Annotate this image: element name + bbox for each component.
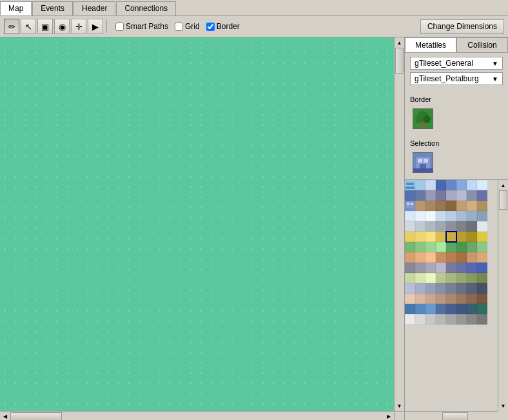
scroll-horizontal-thumb[interactable] (10, 412, 62, 420)
grid-label[interactable]: Grid (175, 22, 200, 31)
tileset-scroll-down[interactable]: ▼ (498, 401, 508, 411)
selection-section-label: Selection (410, 139, 503, 147)
svg-rect-7 (418, 159, 422, 163)
border-checkbox[interactable] (206, 23, 215, 31)
main-tab-bar: Map Events Header Connections (0, 0, 508, 16)
grid-text: Grid (185, 22, 200, 31)
tileset-section: gTileset_General ▼ gTileset_Petalburg ▼ (405, 53, 508, 92)
map-canvas[interactable] (0, 37, 394, 411)
border-preview-tile[interactable] (413, 108, 433, 129)
tileset1-dropdown[interactable]: gTileset_General ▼ (410, 57, 503, 70)
tileset-horizontal-scrollbar[interactable] (405, 411, 498, 420)
panel-tab-bar: Metatiles Collision (405, 37, 508, 53)
tileset-canvas[interactable] (405, 180, 508, 411)
scroll-vertical-thumb[interactable] (395, 48, 404, 74)
move-tool-button[interactable]: ✛ (71, 19, 86, 34)
change-dimensions-button[interactable]: Change Dimensions (420, 19, 504, 34)
tileset-vertical-scrollbar[interactable]: ▲ ▼ (498, 180, 508, 411)
border-text: Border (217, 22, 240, 31)
border-section: Border (405, 92, 508, 135)
scroll-right-arrow[interactable]: ▶ (384, 412, 394, 420)
tileset-scroll-thumb[interactable] (499, 190, 507, 210)
map-area: ▲ ▼ ◀ ▶ (0, 37, 405, 420)
selection-preview-tile[interactable] (413, 152, 433, 173)
map-background[interactable] (0, 37, 394, 411)
smart-paths-label[interactable]: Smart Paths (115, 22, 168, 31)
tab-map[interactable]: Map (0, 1, 32, 15)
scroll-corner (394, 411, 404, 420)
fill-tool-button[interactable]: ▣ (37, 19, 53, 34)
tab-events[interactable]: Events (32, 1, 73, 15)
svg-rect-4 (421, 122, 425, 127)
grid-checkbox[interactable] (175, 23, 183, 31)
smart-paths-checkbox[interactable] (115, 23, 124, 31)
forward-tool-button[interactable]: ▶ (88, 19, 103, 34)
tab-metatiles[interactable]: Metatiles (405, 37, 456, 52)
tileset2-dropdown[interactable]: gTileset_Petalburg ▼ (410, 72, 503, 85)
tileset-scroll-up[interactable]: ▲ (498, 180, 508, 190)
map-vertical-scrollbar[interactable]: ▲ ▼ (394, 37, 404, 411)
tab-header[interactable]: Header (73, 1, 115, 15)
border-label[interactable]: Border (206, 22, 240, 31)
tileset2-arrow-icon: ▼ (492, 75, 498, 83)
tileset-hscroll-thumb[interactable] (442, 412, 468, 420)
tileset1-value: gTileset_General (415, 59, 473, 68)
svg-rect-8 (424, 159, 428, 163)
tileset-palette: ▲ ▼ (405, 179, 508, 420)
toolbar-separator (106, 20, 107, 33)
tileset2-value: gTileset_Petalburg (415, 74, 479, 83)
toolbar: ✏ ↖ ▣ ◉ ✛ ▶ Smart Paths Grid Border Chan… (0, 16, 508, 37)
tab-collision[interactable]: Collision (456, 37, 508, 52)
tab-connections[interactable]: Connections (116, 1, 176, 15)
border-section-label: Border (410, 95, 503, 103)
main-layout: ▲ ▼ ◀ ▶ Metatiles Collision gTileset_Gen… (0, 37, 508, 420)
scroll-left-arrow[interactable]: ◀ (0, 412, 10, 420)
tileset-scroll-corner (498, 411, 508, 420)
right-panel: Metatiles Collision gTileset_General ▼ g… (405, 37, 508, 420)
scroll-down-arrow[interactable]: ▼ (395, 401, 404, 411)
map-horizontal-scrollbar[interactable]: ◀ ▶ (0, 411, 394, 420)
pointer-tool-button[interactable]: ↖ (21, 19, 36, 34)
dropper-tool-button[interactable]: ◉ (54, 19, 70, 34)
smart-paths-text: Smart Paths (126, 22, 168, 31)
svg-rect-10 (413, 168, 433, 172)
tileset1-arrow-icon: ▼ (492, 60, 498, 67)
svg-rect-9 (420, 164, 426, 168)
scroll-up-arrow[interactable]: ▲ (395, 37, 404, 48)
tileset-canvas-element[interactable] (405, 180, 487, 386)
pencil-tool-button[interactable]: ✏ (4, 19, 19, 34)
selection-section: Selection (405, 135, 508, 179)
